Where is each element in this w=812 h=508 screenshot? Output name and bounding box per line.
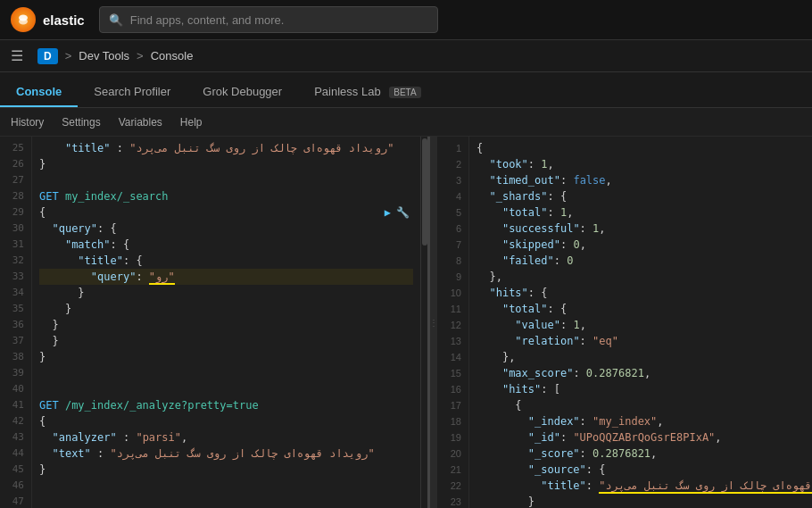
- res-line-6: "successful": 1,: [476, 221, 805, 237]
- res-num-11: 11: [443, 301, 461, 317]
- res-line-12: "value": 1,: [476, 317, 805, 333]
- elastic-logo-icon: [11, 7, 36, 32]
- breadcrumb-separator: >: [137, 49, 144, 62]
- res-num-18: 18: [443, 413, 461, 429]
- res-line-8: "failed": 0: [476, 253, 805, 269]
- sub-nav-variables[interactable]: Variables: [119, 116, 162, 129]
- res-num-5: 5: [443, 204, 461, 221]
- beta-badge: BETA: [389, 87, 420, 98]
- res-line-7: "skipped": 0,: [476, 237, 805, 253]
- res-num-12: 12: [443, 317, 461, 333]
- code-line-46: [39, 478, 413, 494]
- panel-divider[interactable]: ⋮: [430, 137, 437, 508]
- code-line-35: }: [39, 301, 413, 317]
- res-line-22: "title": "رویداد قهوه‌ای چالک از روی سگ …: [476, 478, 805, 494]
- code-line-42: {: [39, 413, 413, 429]
- res-line-19: "_id": "UPoQQZABrQoGsrE8PIxA",: [476, 429, 805, 446]
- code-line-45: }: [39, 462, 413, 478]
- run-button[interactable]: ▶: [385, 204, 391, 221]
- sub-nav: History Settings Variables Help: [0, 108, 812, 137]
- res-num-22: 22: [443, 478, 461, 494]
- svg-point-1: [19, 19, 28, 25]
- sub-nav-settings[interactable]: Settings: [62, 116, 100, 129]
- line-num-28: 28: [5, 188, 24, 204]
- line-num-45: 45: [5, 462, 24, 478]
- search-placeholder: Find apps, content, and more.: [130, 13, 285, 27]
- res-num-7: 7: [443, 237, 461, 253]
- line-num-25: 25: [5, 140, 24, 156]
- search-icon: 🔍: [109, 13, 123, 27]
- res-line-11: "total": {: [476, 301, 805, 317]
- results-line-numbers: 1 2 3 4 5 6 7 8 9 10 11 12 13 14 15 16 1…: [437, 137, 469, 508]
- nav-tabs: Console Search Profiler Grok Debugger Pa…: [0, 72, 812, 108]
- line-num-43: 43: [5, 429, 24, 446]
- line-num-47: 47: [5, 494, 24, 508]
- line-num-33: 33: [5, 269, 24, 285]
- res-num-23: 23: [443, 494, 461, 508]
- res-line-4: "_shards": {: [476, 188, 805, 204]
- wrench-icon[interactable]: 🔧: [396, 204, 410, 221]
- results-content[interactable]: { "took": 1, "timed_out": false, "_shard…: [469, 137, 812, 508]
- res-line-17: {: [476, 397, 805, 413]
- line-num-31: 31: [5, 237, 24, 253]
- line-num-34: 34: [5, 285, 24, 301]
- res-num-9: 9: [443, 269, 461, 285]
- code-content[interactable]: "title" : "رویداد قهوه‌ای چالک از روی سگ…: [32, 137, 420, 508]
- line-num-46: 46: [5, 478, 24, 494]
- res-line-15: "max_score": 0.2876821,: [476, 365, 805, 381]
- main-content: 25 26 27 28 29 30 31 32 33 34 35 36 37 3…: [0, 137, 812, 508]
- res-num-13: 13: [443, 333, 461, 349]
- editor-scrollbar-thumb[interactable]: [422, 138, 427, 246]
- res-num-19: 19: [443, 429, 461, 446]
- sub-nav-history[interactable]: History: [11, 116, 44, 129]
- tab-console[interactable]: Console: [0, 78, 78, 107]
- res-num-20: 20: [443, 446, 461, 462]
- code-line-33: "query": "رو": [39, 269, 413, 285]
- res-line-9: },: [476, 269, 805, 285]
- res-line-23: }: [476, 494, 805, 508]
- top-bar: elastic 🔍 Find apps, content, and more.: [0, 0, 812, 40]
- res-num-21: 21: [443, 462, 461, 478]
- tab-search-profiler[interactable]: Search Profiler: [78, 78, 186, 107]
- code-line-36: }: [39, 317, 413, 333]
- code-line-47: [39, 494, 413, 508]
- res-line-16: "hits": [: [476, 381, 805, 397]
- code-area[interactable]: 25 26 27 28 29 30 31 32 33 34 35 36 37 3…: [0, 137, 427, 508]
- res-line-2: "took": 1,: [476, 156, 805, 172]
- line-num-41: 41: [5, 397, 24, 413]
- line-num-29: 29: [5, 204, 24, 221]
- code-line-32: "title": {: [39, 253, 413, 269]
- code-line-40: [39, 381, 413, 397]
- line-num-42: 42: [5, 413, 24, 429]
- hamburger-icon[interactable]: ☰: [11, 47, 23, 64]
- tab-grok-debugger[interactable]: Grok Debugger: [186, 78, 298, 107]
- res-line-10: "hits": {: [476, 285, 805, 301]
- code-line-34: }: [39, 285, 413, 301]
- code-line-38: }: [39, 349, 413, 365]
- line-num-44: 44: [5, 446, 24, 462]
- code-line-26: }: [39, 156, 413, 172]
- res-num-4: 4: [443, 188, 461, 204]
- global-search[interactable]: 🔍 Find apps, content, and more.: [99, 6, 438, 33]
- res-num-14: 14: [443, 349, 461, 365]
- line-num-32: 32: [5, 253, 24, 269]
- res-num-16: 16: [443, 381, 461, 397]
- tab-painless-lab[interactable]: Painless Lab BETA: [298, 78, 436, 107]
- res-line-3: "timed_out": false,: [476, 172, 805, 188]
- res-num-10: 10: [443, 285, 461, 301]
- code-line-41: GET /my_index/_analyze?pretty=true: [39, 397, 413, 413]
- res-num-3: 3: [443, 172, 461, 188]
- line-num-30: 30: [5, 221, 24, 237]
- breadcrumb-parent[interactable]: Dev Tools: [79, 49, 129, 62]
- results-code: 1 2 3 4 5 6 7 8 9 10 11 12 13 14 15 16 1…: [437, 137, 812, 508]
- breadcrumb-bar: ☰ D > Dev Tools > Console: [0, 40, 812, 72]
- res-line-14: },: [476, 349, 805, 365]
- line-num-26: 26: [5, 156, 24, 172]
- res-num-8: 8: [443, 253, 461, 269]
- logo: elastic: [11, 7, 85, 32]
- res-num-15: 15: [443, 365, 461, 381]
- sub-nav-help[interactable]: Help: [180, 116, 203, 129]
- res-num-17: 17: [443, 397, 461, 413]
- editor-scrollbar[interactable]: [420, 137, 427, 508]
- breadcrumb-arrow: >: [65, 49, 72, 62]
